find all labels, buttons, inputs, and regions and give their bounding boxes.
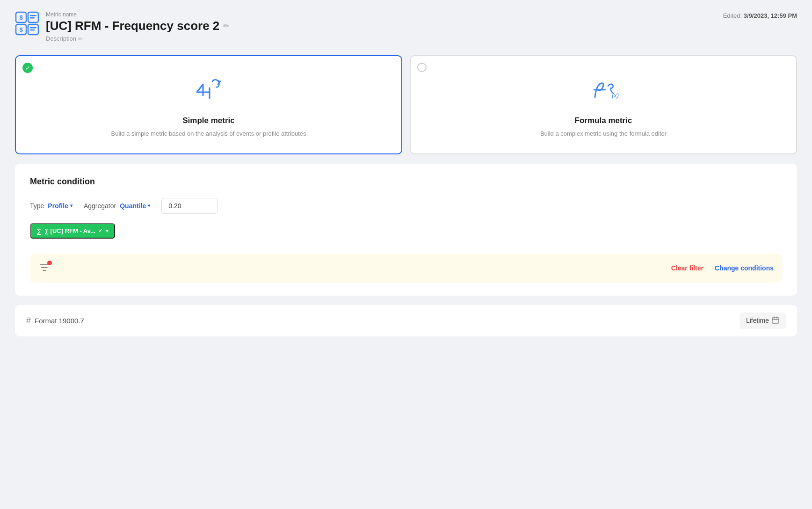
condition-fields-row: Type Profile ▾ Aggregator Quantile ▾ — [30, 198, 782, 214]
format-hash-icon: # — [26, 316, 31, 326]
description-row: Description ✏ — [46, 35, 229, 42]
edit-title-icon[interactable]: ✏ — [223, 22, 229, 30]
page-header: $ $ Metric name [UC] RFM - Frequency sco… — [15, 11, 797, 42]
metric-type-cards: ✓ Simple metric Build a simple metric ba… — [15, 55, 797, 154]
format-text: Format 19000.7 — [35, 317, 84, 325]
type-dropdown-arrow: ▾ — [70, 203, 72, 208]
change-conditions-button[interactable]: Change conditions — [715, 264, 774, 272]
svg-text:$: $ — [19, 26, 23, 33]
header-text: Metric name [UC] RFM - Frequency score 2… — [46, 11, 229, 42]
metric-title: [UC] RFM - Frequency score 2 — [46, 19, 219, 33]
simple-metric-desc: Build a simple metric based on the analy… — [111, 129, 306, 138]
svg-point-14 — [47, 261, 52, 265]
format-left: # Format 19000.7 — [26, 316, 84, 326]
rfm-badge-button[interactable]: ∑ ∑ [UC] RFM - Av... ✓ ▾ — [30, 223, 115, 239]
edit-description-icon[interactable]: ✏ — [78, 36, 83, 42]
filter-warning-icon — [38, 260, 52, 276]
condition-panel: Metric condition Type Profile ▾ Aggregat… — [15, 164, 797, 296]
rfm-chevron-icon: ▾ — [106, 228, 109, 234]
svg-rect-4 — [30, 17, 35, 19]
filter-actions: Clear filter Change conditions — [671, 264, 774, 272]
aggregator-label: Aggregator — [84, 202, 116, 210]
svg-rect-7 — [30, 29, 35, 31]
filter-row: Clear filter Change conditions — [30, 254, 782, 283]
type-value: Profile — [48, 202, 68, 210]
simple-metric-card[interactable]: ✓ Simple metric Build a simple metric ba… — [15, 55, 402, 154]
lifetime-icon — [772, 316, 779, 325]
formula-metric-icon: (x) — [585, 71, 622, 109]
metric-title-row: [UC] RFM - Frequency score 2 ✏ — [46, 19, 229, 33]
formula-metric-card[interactable]: (x) Formula metric Build a complex metri… — [410, 55, 797, 154]
simple-metric-icon — [190, 71, 227, 109]
card-selected-check: ✓ — [22, 63, 33, 73]
format-bar: # Format 19000.7 Lifetime — [15, 305, 797, 336]
condition-title: Metric condition — [30, 177, 782, 187]
filter-left — [38, 260, 52, 276]
sigma-icon: ∑ — [36, 227, 42, 235]
formula-metric-title: Formula metric — [575, 116, 632, 125]
edited-info: Edited: 3/9/2023, 12:59 PM — [723, 11, 797, 20]
svg-rect-6 — [30, 27, 36, 29]
simple-metric-title: Simple metric — [182, 116, 235, 125]
quantile-input[interactable] — [161, 198, 218, 214]
aggregator-dropdown[interactable]: Quantile ▾ — [120, 202, 150, 210]
aggregator-field: Aggregator Quantile ▾ — [84, 202, 150, 210]
aggregator-value: Quantile — [120, 202, 146, 210]
rfm-badge-label: ∑ [UC] RFM - Av... — [44, 227, 95, 234]
metric-name-label: Metric name — [46, 11, 229, 18]
svg-rect-15 — [772, 318, 779, 323]
rfm-check-icon: ✓ — [98, 227, 103, 234]
edited-date: 3/9/2023, 12:59 PM — [744, 12, 797, 19]
type-dropdown[interactable]: Profile ▾ — [48, 202, 72, 210]
description-label: Description — [46, 35, 76, 42]
header-left: $ $ Metric name [UC] RFM - Frequency sco… — [15, 11, 229, 42]
edited-label: Edited: 3/9/2023, 12:59 PM — [723, 12, 797, 19]
formula-metric-desc: Build a complex metric using the formula… — [540, 129, 667, 138]
card-radio — [417, 63, 427, 72]
aggregator-dropdown-arrow: ▾ — [148, 203, 150, 208]
svg-rect-3 — [30, 15, 36, 16]
type-field: Type Profile ▾ — [30, 202, 72, 210]
clear-filter-button[interactable]: Clear filter — [671, 264, 703, 272]
type-label: Type — [30, 202, 44, 210]
lifetime-label: Lifetime — [746, 317, 769, 324]
svg-text:$: $ — [19, 14, 23, 21]
metric-icon: $ $ — [15, 11, 39, 36]
svg-text:(x): (x) — [612, 92, 619, 99]
lifetime-button[interactable]: Lifetime — [740, 313, 786, 329]
